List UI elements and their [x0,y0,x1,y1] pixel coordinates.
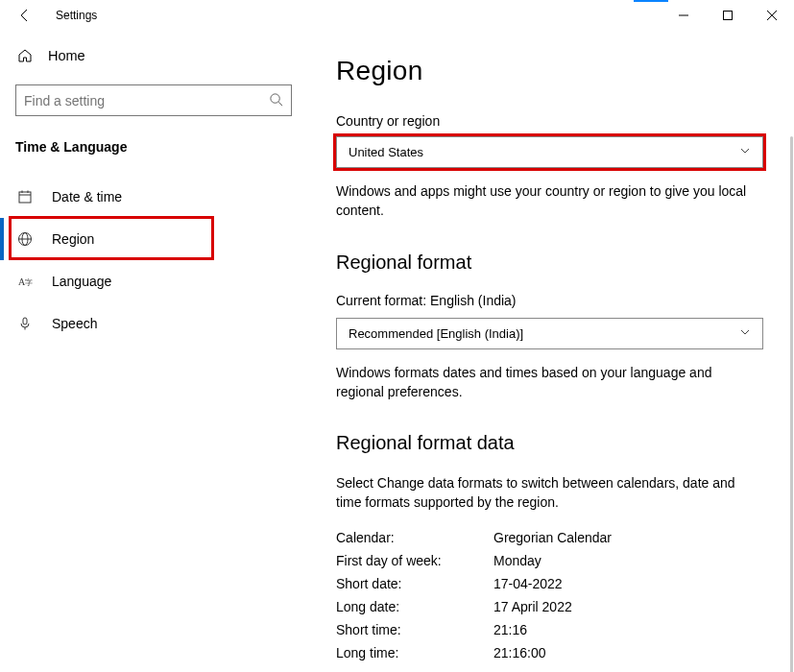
row-value: 17-04-2022 [493,576,563,591]
row-key: Short date: [336,576,493,591]
category-header: Time & Language [15,139,317,155]
current-format-label: Current format: English (India) [336,293,761,308]
format-hint: Windows formats dates and times based on… [336,363,761,402]
nav-label: Date & time [52,189,122,204]
minimize-button[interactable] [662,0,706,31]
home-nav[interactable]: Home [15,38,317,73]
data-row: Long date: 17 April 2022 [336,595,761,618]
nav-region[interactable]: Region [15,218,317,260]
row-value: Gregorian Calendar [493,530,612,545]
country-value: United States [349,145,423,159]
row-value: 21:16:00 [493,645,546,660]
search-icon [269,92,283,109]
search-input[interactable] [24,93,269,108]
svg-line-3 [278,102,282,106]
format-select[interactable]: Recommended [English (India)] [336,318,763,349]
nav-date-time[interactable]: Date & time [15,176,317,218]
scrollbar[interactable] [790,136,793,672]
nav-language[interactable]: A字 Language [15,260,317,302]
nav-label: Speech [52,316,97,331]
nav-label: Region [52,231,94,247]
row-value: Monday [493,553,541,568]
row-value: 21:16 [493,622,527,637]
nav-list: Date & time Region A字 Language Speech [15,176,317,345]
country-select[interactable]: United States [336,136,763,168]
row-key: First day of week: [336,553,493,568]
globe-icon [15,231,35,247]
data-row: Short date: 17-04-2022 [336,572,761,595]
format-data-grid: Calendar: Gregorian Calendar First day o… [336,526,761,664]
home-icon [15,48,35,63]
svg-point-2 [271,93,279,102]
row-key: Long date: [336,599,493,614]
microphone-icon [15,316,35,331]
row-key: Short time: [336,622,493,637]
home-label: Home [48,48,85,63]
data-row: Long time: 21:16:00 [336,641,761,664]
content-area: Region Country or region United States W… [317,31,794,672]
data-row: Short time: 21:16 [336,618,761,641]
clock-icon [15,189,35,204]
chevron-down-icon [739,326,751,341]
format-data-desc: Select Change data formats to switch bet… [336,473,761,513]
back-button[interactable] [15,6,35,25]
svg-rect-1 [724,12,733,20]
format-data-header: Regional format data [336,432,761,454]
data-row: Calendar: Gregorian Calendar [336,526,761,549]
country-label: Country or region [336,113,761,129]
accent-strip [634,0,668,2]
titlebar: Settings [0,0,794,31]
svg-rect-4 [19,192,31,203]
maximize-button[interactable] [706,0,750,31]
close-button[interactable] [750,0,794,31]
data-row: First day of week: Monday [336,549,761,572]
language-icon: A字 [15,274,35,289]
search-input-wrapper[interactable] [15,84,292,116]
chevron-down-icon [739,145,751,159]
format-value: Recommended [English (India)] [349,326,523,341]
country-hint: Windows and apps might use your country … [336,181,761,221]
sidebar: Home Time & Language Date & time Region [0,31,317,672]
svg-text:字: 字 [25,278,33,287]
row-value: 17 April 2022 [493,599,572,614]
row-key: Long time: [336,645,493,660]
svg-rect-13 [23,318,27,324]
row-key: Calendar: [336,530,493,545]
window-title: Settings [56,9,97,22]
regional-format-header: Regional format [336,252,761,274]
nav-speech[interactable]: Speech [15,302,317,345]
page-title: Region [336,56,761,86]
nav-label: Language [52,274,111,289]
